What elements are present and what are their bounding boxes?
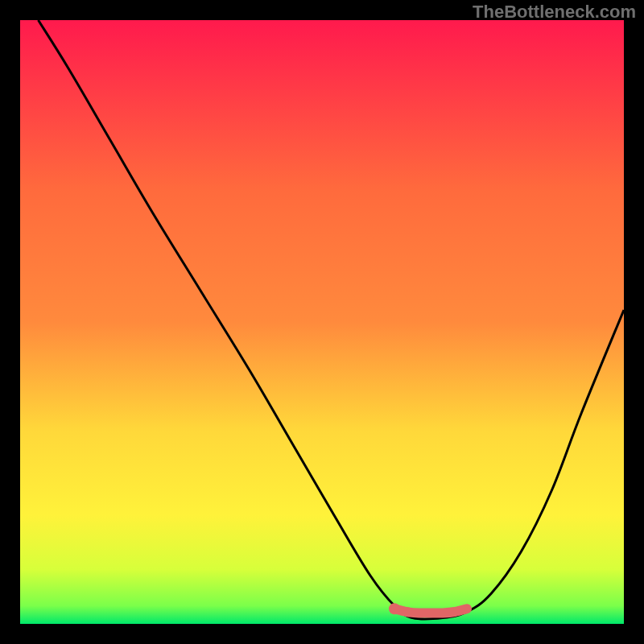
bottleneck-curve [39, 20, 625, 619]
chart-frame: TheBottleneck.com [0, 0, 644, 644]
curve-layer [20, 20, 624, 624]
optimal-range-marker [394, 609, 467, 613]
watermark-text: TheBottleneck.com [473, 2, 636, 23]
plot-area [20, 20, 624, 624]
optimal-range-start-dot [389, 603, 400, 614]
